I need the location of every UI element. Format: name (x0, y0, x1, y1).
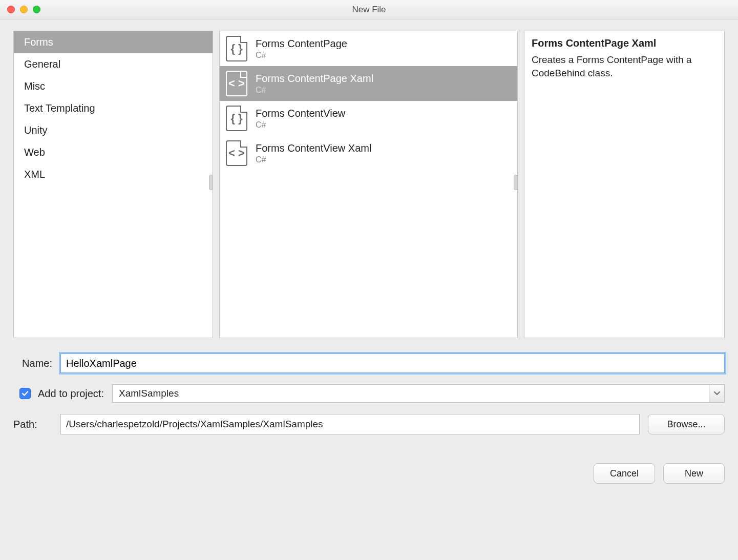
path-input[interactable] (60, 414, 640, 434)
xaml-file-icon: < > (226, 71, 247, 96)
category-general[interactable]: General (14, 53, 213, 75)
name-input[interactable] (60, 354, 725, 373)
category-panel: Forms General Misc Text Templating Unity… (13, 31, 213, 338)
template-name: Forms ContentPage Xaml (256, 73, 373, 85)
csharp-file-icon: { } (226, 106, 247, 131)
browse-button[interactable]: Browse... (648, 414, 725, 434)
path-label: Path: (13, 419, 52, 430)
name-label: Name: (13, 358, 52, 369)
scroll-handle[interactable] (209, 175, 213, 190)
template-language: C# (256, 120, 345, 130)
template-name: Forms ContentView (256, 108, 345, 119)
window-close-button[interactable] (7, 6, 15, 13)
template-forms-contentpage[interactable]: { } Forms ContentPage C# (220, 31, 517, 66)
csharp-file-icon: { } (226, 36, 247, 61)
template-forms-contentpage-xaml[interactable]: < > Forms ContentPage Xaml C# (220, 66, 517, 101)
project-select[interactable]: XamlSamples (112, 384, 725, 403)
category-text-templating[interactable]: Text Templating (14, 97, 213, 119)
template-language: C# (256, 155, 371, 164)
description-panel: Forms ContentPage Xaml Creates a Forms C… (524, 31, 725, 338)
template-language: C# (256, 86, 373, 95)
category-forms[interactable]: Forms (14, 31, 213, 53)
window-maximize-button[interactable] (33, 6, 40, 13)
template-language: C# (256, 51, 347, 60)
new-file-dialog: New File Forms General Misc Text Templat… (0, 0, 738, 560)
xaml-file-icon: < > (226, 140, 247, 166)
scroll-handle[interactable] (514, 175, 518, 190)
titlebar: New File (0, 0, 738, 19)
new-button[interactable]: New (663, 463, 725, 484)
add-to-project-label: Add to project: (38, 388, 104, 400)
add-to-project-checkbox[interactable] (19, 388, 31, 399)
window-controls (7, 6, 40, 13)
window-minimize-button[interactable] (20, 6, 28, 13)
category-unity[interactable]: Unity (14, 119, 213, 141)
category-misc[interactable]: Misc (14, 75, 213, 97)
cancel-button[interactable]: Cancel (594, 463, 655, 484)
description-title: Forms ContentPage Xaml (532, 37, 717, 49)
template-forms-contentview[interactable]: { } Forms ContentView C# (220, 101, 517, 136)
template-name: Forms ContentPage (256, 38, 347, 50)
window-title: New File (0, 5, 738, 15)
description-body: Creates a Forms ContentPage with a CodeB… (532, 53, 717, 79)
category-xml[interactable]: XML (14, 163, 213, 185)
template-name: Forms ContentView Xaml (256, 142, 371, 154)
project-select-value: XamlSamples (113, 388, 709, 399)
chevron-down-icon (709, 385, 724, 402)
template-panel: { } Forms ContentPage C# < > Forms Conte… (219, 31, 518, 338)
template-forms-contentview-xaml[interactable]: < > Forms ContentView Xaml C# (220, 136, 517, 171)
category-web[interactable]: Web (14, 141, 213, 163)
